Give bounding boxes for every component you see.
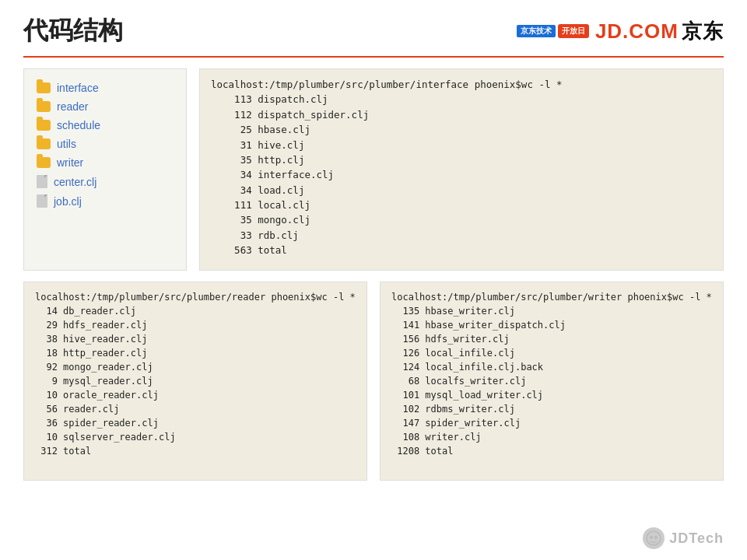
- terminal-writer-header: localhost:/tmp/plumber/src/plumber/write…: [391, 292, 712, 303]
- logo-jingdong-tech: 京东技术: [517, 25, 556, 37]
- folder-icon: [37, 138, 51, 149]
- terminal-reader-header: localhost:/tmp/plumber/src/plumber/reade…: [35, 292, 356, 303]
- folder-icon: [37, 120, 51, 131]
- tree-label: reader: [57, 100, 88, 113]
- main-content: interface reader schedule utils writer c…: [0, 68, 747, 271]
- file-icon: [37, 194, 47, 208]
- bottom-row: localhost:/tmp/plumber/src/plumber/reade…: [0, 271, 747, 481]
- tree-label: writer: [57, 156, 83, 169]
- terminal-writer-content: localhost:/tmp/plumber/src/plumber/write…: [391, 290, 712, 458]
- file-tree-panel: interface reader schedule utils writer c…: [23, 68, 187, 271]
- tree-item-interface[interactable]: interface: [32, 79, 178, 97]
- svg-point-2: [654, 536, 658, 539]
- tree-label: interface: [57, 82, 99, 94]
- file-icon: [37, 175, 47, 188]
- terminal-reader-content: localhost:/tmp/plumber/src/plumber/reade…: [35, 290, 356, 458]
- folder-icon: [37, 101, 51, 112]
- tree-item-utils[interactable]: utils: [32, 135, 178, 153]
- terminal-writer: localhost:/tmp/plumber/src/plumber/write…: [380, 282, 724, 481]
- logo-jd-text: 京东: [682, 18, 724, 45]
- header-divider: [23, 56, 724, 58]
- terminal-writer-lines: 135 hbase_writer.clj 141 hbase_writer_di…: [391, 306, 566, 457]
- terminal-interface-lines: 113 dispatch.clj 112 dispatch_spider.clj…: [211, 93, 369, 256]
- tree-item-job-clj[interactable]: job.clj: [32, 191, 178, 211]
- tree-label: utils: [57, 138, 76, 150]
- tree-item-schedule[interactable]: schedule: [32, 116, 178, 135]
- tree-item-writer[interactable]: writer: [32, 153, 178, 172]
- header: 代码结构 京东技术 开放日 JD.COM 京东: [0, 0, 747, 56]
- footer: JDTech: [643, 527, 724, 549]
- terminal-interface-header: localhost:/tmp/plumber/src/plumber/inter…: [211, 79, 563, 90]
- tree-item-reader[interactable]: reader: [32, 97, 178, 116]
- tree-label: job.clj: [54, 195, 82, 208]
- terminal-interface: localhost:/tmp/plumber/src/plumber/inter…: [199, 68, 724, 271]
- jdtech-icon: [643, 527, 665, 549]
- tree-label: center.clj: [54, 176, 96, 188]
- tree-item-center-clj[interactable]: center.clj: [32, 172, 178, 191]
- tree-label: schedule: [57, 119, 100, 131]
- terminal-reader-lines: 14 db_reader.clj 29 hdfs_reader.clj 38 h…: [35, 306, 176, 457]
- folder-icon: [37, 157, 51, 168]
- logo-area: 京东技术 开放日 JD.COM 京东: [517, 18, 724, 45]
- logo-jdcom-text: JD.COM: [595, 19, 679, 44]
- terminal-interface-content: localhost:/tmp/plumber/src/plumber/inter…: [211, 77, 712, 258]
- footer-text: JDTech: [669, 530, 724, 547]
- terminal-reader: localhost:/tmp/plumber/src/plumber/reade…: [23, 282, 367, 481]
- svg-point-1: [650, 536, 653, 539]
- svg-point-0: [647, 531, 661, 545]
- page-title: 代码结构: [23, 14, 123, 48]
- folder-icon: [37, 82, 51, 93]
- logo-kaifang: 开放日: [558, 24, 589, 38]
